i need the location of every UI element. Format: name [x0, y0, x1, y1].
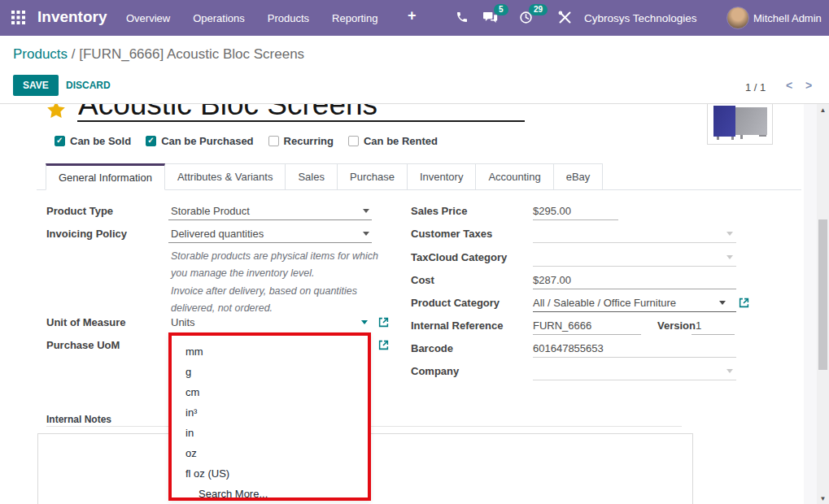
field-value-uom[interactable]: Units: [171, 316, 195, 328]
uom-dropdown-item[interactable]: in³: [172, 402, 368, 423]
nav-menu-item[interactable]: Products: [256, 12, 321, 24]
form-sheet: Acoustic Bloc Screens Can be Sold: [0, 103, 829, 504]
uom-dropdown-item[interactable]: cm: [172, 382, 368, 402]
field-underline: [533, 219, 618, 220]
nav-menu-item[interactable]: Overview: [115, 12, 181, 24]
user-name[interactable]: Mitchell Admin: [753, 12, 822, 24]
field-label-taxcloud: TaxCloud Category: [411, 251, 507, 263]
product-flags: Can be Sold Can be Purchased Recurring C…: [55, 135, 438, 147]
field-value-product-category[interactable]: All / Saleable / Office Furniture: [533, 297, 676, 309]
notebook-tab[interactable]: eBay: [553, 163, 604, 190]
uom-search-more[interactable]: Search More...: [172, 484, 368, 504]
field-underline: [533, 289, 736, 289]
field-underline: [533, 380, 736, 380]
checkbox-icon[interactable]: [146, 136, 156, 146]
uom-dropdown-list: mmgcmin³inozfl oz (US): [172, 341, 368, 484]
scrollbar-thumb[interactable]: [818, 219, 827, 370]
tools-icon[interactable]: [558, 11, 572, 24]
uom-dropdown-item[interactable]: mm: [172, 341, 368, 362]
field-value-product-type[interactable]: Storable Product: [171, 205, 250, 217]
product-title: Acoustic Bloc Screens: [78, 104, 524, 120]
uom-dropdown-item[interactable]: oz: [172, 443, 368, 463]
notebook-tab[interactable]: Inventory: [407, 163, 476, 190]
nav-menu-item[interactable]: Operations: [181, 12, 256, 24]
flag-checkbox[interactable]: Can be Rented: [348, 135, 438, 147]
internal-notes-label: Internal Notes: [46, 414, 111, 425]
help-text-invoicing: Invoice after delivery, based on quantit…: [171, 283, 379, 317]
apps-grid-icon[interactable]: [11, 11, 25, 24]
save-button[interactable]: SAVE: [13, 75, 59, 96]
scroll-down-icon[interactable]: ▼: [817, 495, 829, 502]
chevron-down-icon[interactable]: [726, 232, 733, 239]
screen-panel-blue: [713, 106, 735, 137]
uom-dropdown-item[interactable]: in: [172, 423, 368, 443]
uom-dropdown-item[interactable]: g: [172, 362, 368, 382]
plus-icon[interactable]: +: [408, 7, 417, 24]
scroll-up-icon[interactable]: ▲: [817, 106, 829, 114]
chevron-down-icon[interactable]: [726, 369, 733, 376]
flag-checkbox[interactable]: Can be Sold: [55, 135, 131, 147]
app-name[interactable]: Inventory: [37, 8, 107, 26]
chevron-down-icon[interactable]: [361, 320, 368, 328]
field-underline: [533, 334, 641, 335]
notebook-tab[interactable]: Sales: [285, 163, 338, 190]
external-link-icon[interactable]: [739, 298, 749, 308]
flag-label: Recurring: [284, 135, 334, 147]
field-value-internal-reference[interactable]: FURN_6666: [533, 319, 591, 332]
uom-dropdown-item[interactable]: fl oz (US): [172, 463, 368, 484]
app-menu: OverviewOperationsProductsReporting: [115, 0, 389, 36]
odoo-inventory-product-form: Inventory OverviewOperationsProductsRepo…: [0, 0, 829, 504]
checkbox-icon[interactable]: [55, 136, 65, 146]
pager-previous-icon[interactable]: <: [786, 79, 792, 92]
field-label-barcode: Barcode: [411, 342, 453, 354]
notebook-tab[interactable]: Attributes & Variants: [164, 163, 286, 190]
discard-button[interactable]: DISCARD: [66, 80, 111, 91]
chevron-down-icon[interactable]: [363, 209, 369, 216]
company-name[interactable]: Cybrosys Technologies: [584, 12, 697, 24]
control-panel: Products / [FURN_6666] Acoustic Bloc Scr…: [0, 36, 829, 103]
product-image[interactable]: [707, 104, 773, 145]
chevron-down-icon[interactable]: [363, 232, 369, 239]
panel-foot: [759, 135, 766, 137]
user-avatar[interactable]: [726, 7, 749, 29]
breadcrumb-separator: /: [68, 46, 79, 62]
external-link-icon[interactable]: [378, 317, 389, 328]
notebook-tab[interactable]: Purchase: [337, 163, 408, 190]
notebook-tab[interactable]: Accounting: [475, 163, 553, 190]
pager-next-icon[interactable]: >: [805, 79, 812, 92]
product-title-input[interactable]: Acoustic Bloc Screens: [78, 104, 524, 120]
flag-label: Can be Rented: [364, 135, 438, 147]
flag-label: Can be Sold: [70, 135, 131, 147]
checkbox-icon[interactable]: [348, 136, 359, 146]
field-underline: [533, 357, 736, 358]
uom-dropdown-highlight: mmgcmin³inozfl oz (US) Search More...: [168, 332, 371, 501]
flag-checkbox[interactable]: Recurring: [268, 135, 334, 147]
messages-badge[interactable]: 5: [494, 4, 508, 15]
external-link-icon[interactable]: [378, 340, 389, 350]
help-text-storable: Storable products are physical items for…: [171, 248, 379, 282]
field-underline: [168, 242, 372, 243]
breadcrumb-parent[interactable]: Products: [13, 46, 68, 62]
nav-menu-item[interactable]: Reporting: [321, 12, 389, 24]
chevron-down-icon[interactable]: [726, 255, 733, 263]
field-value-version[interactable]: 1: [696, 319, 701, 332]
field-value-invoicing-policy[interactable]: Delivered quantities: [171, 228, 264, 240]
activities-badge[interactable]: 29: [529, 4, 548, 15]
vertical-scrollbar[interactable]: ▲ ▼: [817, 104, 829, 504]
panel-foot: [717, 137, 719, 140]
favorite-star-icon[interactable]: [46, 103, 66, 122]
sheet-gutter: [804, 104, 817, 504]
field-value-barcode[interactable]: 601647855653: [533, 342, 604, 354]
field-label-company: Company: [411, 365, 459, 377]
notebook-tab[interactable]: General Information: [46, 163, 165, 190]
chevron-down-icon[interactable]: [719, 301, 726, 308]
field-underline: [692, 334, 735, 335]
flag-label: Can be Purchased: [161, 135, 253, 147]
flag-checkbox[interactable]: Can be Purchased: [146, 135, 253, 147]
field-value-cost[interactable]: $287.00: [533, 274, 571, 286]
phone-icon[interactable]: [456, 11, 469, 24]
top-navbar: Inventory OverviewOperationsProductsRepo…: [0, 0, 829, 36]
field-underline: [168, 219, 372, 220]
checkbox-icon[interactable]: [268, 136, 279, 146]
field-value-sales-price[interactable]: $295.00: [533, 205, 571, 217]
